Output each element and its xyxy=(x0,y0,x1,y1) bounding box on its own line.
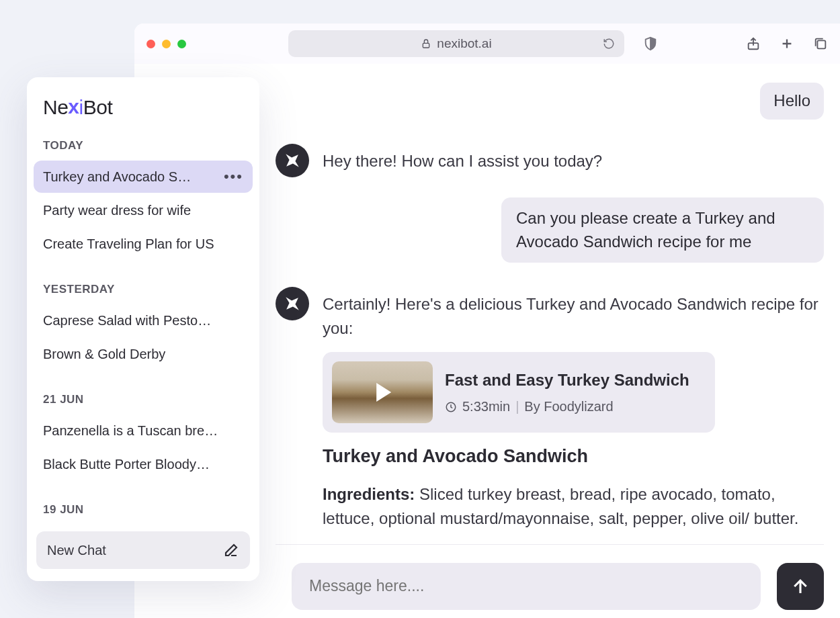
window-close-button[interactable] xyxy=(146,40,155,48)
user-message: Can you please create a Turkey and Avoca… xyxy=(501,197,824,263)
video-card[interactable]: Fast and Easy Turkey Sandwich 5:33min | … xyxy=(323,352,715,433)
section-label-19jun: 19 JUN xyxy=(34,503,253,517)
share-icon[interactable] xyxy=(746,36,761,51)
window-minimize-button[interactable] xyxy=(162,40,171,48)
chat-item-title: Party wear dress for wife xyxy=(43,203,191,218)
section-label-today: TODAY xyxy=(34,139,253,152)
bot-avatar-icon xyxy=(276,287,309,320)
arrow-up-icon xyxy=(790,576,810,597)
video-title: Fast and Easy Turkey Sandwich xyxy=(445,368,689,392)
recipe-title: Turkey and Avocado Sandwich xyxy=(323,443,824,470)
chat-item-title: Panzenella is a Tuscan bre… xyxy=(43,423,218,439)
messages-list: Hello Hey there! How can I assist you to… xyxy=(276,64,824,544)
section-label-21jun: 21 JUN xyxy=(34,393,253,406)
address-bar[interactable]: nexibot.ai xyxy=(288,30,624,57)
bot-message: Certainly! Here's a delicious Turkey and… xyxy=(276,287,824,530)
browser-toolbar: nexibot.ai xyxy=(134,24,840,64)
refresh-icon[interactable] xyxy=(603,38,615,50)
svg-rect-0 xyxy=(423,43,429,48)
message-input[interactable] xyxy=(292,563,761,610)
chat-history-item[interactable]: Black Butte Porter Bloody… xyxy=(34,448,253,480)
traffic-lights xyxy=(146,40,186,48)
chat-history-item[interactable]: Panzenella is a Tuscan bre… xyxy=(34,414,253,447)
video-author: By Foodylizard xyxy=(524,397,613,417)
separator: | xyxy=(515,397,519,417)
video-thumbnail[interactable] xyxy=(332,361,433,423)
ingredients-label: Ingredients: xyxy=(323,485,415,503)
tabs-icon[interactable] xyxy=(813,36,828,51)
bot-avatar-icon xyxy=(276,144,309,177)
edit-icon xyxy=(223,542,239,558)
sidebar: NexiBot TODAY Turkey and Avocado S… ••• … xyxy=(27,77,259,581)
url-text: nexibot.ai xyxy=(437,36,491,51)
chat-item-title: Create Traveling Plan for US xyxy=(43,236,214,252)
new-chat-label: New Chat xyxy=(47,543,106,558)
svg-rect-2 xyxy=(817,40,825,48)
shield-icon[interactable] xyxy=(643,36,658,51)
chat-item-title: Brown & Gold Derby xyxy=(43,347,165,362)
chat-history-item[interactable]: Turkey and Avocado S… ••• xyxy=(34,161,253,193)
new-tab-icon[interactable] xyxy=(780,36,794,51)
chat-item-title: Turkey and Avocado S… xyxy=(43,169,191,185)
section-label-yesterday: YESTERDAY xyxy=(34,283,253,296)
more-icon[interactable]: ••• xyxy=(224,168,243,185)
chat-item-title: Black Butte Porter Bloody… xyxy=(43,457,210,472)
app-logo: NexiBot xyxy=(34,96,253,119)
ingredients-line: Ingredients: Sliced turkey breast, bread… xyxy=(323,482,824,530)
new-chat-button[interactable]: New Chat xyxy=(36,531,250,569)
lock-icon xyxy=(421,38,431,49)
clock-icon xyxy=(445,401,457,413)
send-button[interactable] xyxy=(777,563,824,610)
bot-message: Hey there! How can I assist you today? xyxy=(276,144,824,177)
composer xyxy=(276,544,824,618)
chat-history-item[interactable]: Brown & Gold Derby xyxy=(34,338,253,370)
bot-message-text: Hey there! How can I assist you today? xyxy=(323,144,824,173)
user-message-text: Hello xyxy=(773,91,810,109)
user-message: Hello xyxy=(760,83,824,120)
chat-item-title: Caprese Salad with Pesto… xyxy=(43,313,211,328)
chat-history-item[interactable]: Caprese Salad with Pesto… xyxy=(34,304,253,337)
chat-history-list: TODAY Turkey and Avocado S… ••• Party we… xyxy=(34,134,253,525)
chat-history-item[interactable]: Create Traveling Plan for US xyxy=(34,228,253,260)
bot-message-text: Certainly! Here's a delicious Turkey and… xyxy=(323,295,818,337)
video-duration: 5:33min xyxy=(462,397,510,417)
user-message-text: Can you please create a Turkey and Avoca… xyxy=(516,209,775,251)
chat-area: Hello Hey there! How can I assist you to… xyxy=(276,64,840,618)
window-maximize-button[interactable] xyxy=(177,40,186,48)
chat-history-item[interactable]: Party wear dress for wife xyxy=(34,194,253,226)
